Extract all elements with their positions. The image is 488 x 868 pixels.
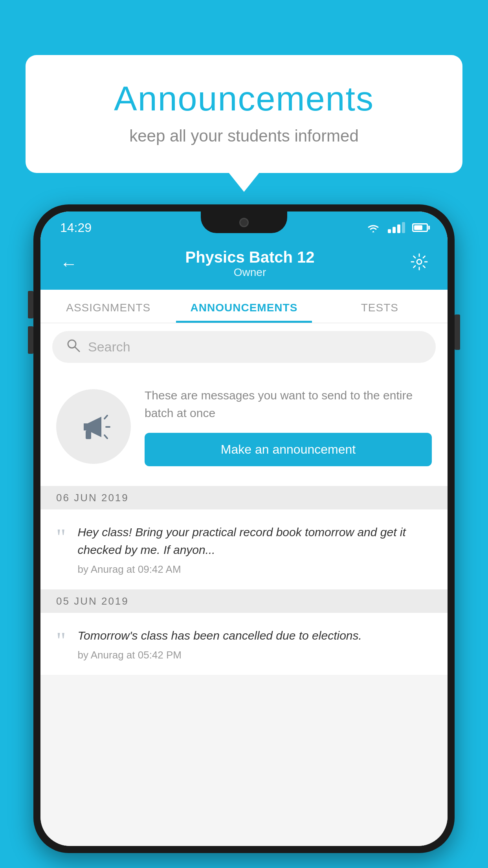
svg-line-4: [105, 416, 107, 419]
megaphone-circle: [56, 389, 131, 464]
quote-icon-1: ": [56, 525, 66, 549]
content-area: Search: [40, 323, 448, 846]
speech-bubble-container: Announcements keep all your students inf…: [26, 55, 462, 173]
volume-up-button: [28, 291, 33, 318]
search-container: Search: [40, 323, 448, 371]
search-placeholder: Search: [88, 339, 130, 355]
battery-fill: [414, 225, 422, 230]
tab-announcements[interactable]: ANNOUNCEMENTS: [176, 290, 312, 323]
search-bar[interactable]: Search: [52, 331, 436, 363]
phone-screen: 14:29: [40, 211, 448, 846]
back-button[interactable]: ←: [60, 254, 77, 274]
prompt-right: These are messages you want to send to t…: [145, 386, 432, 466]
signal-bar-2: [393, 227, 396, 233]
signal-bar-3: [397, 224, 400, 233]
search-icon: [66, 338, 80, 356]
signal-bar-4: [402, 222, 405, 233]
header-subtitle: Owner: [89, 266, 411, 279]
announcement-text-1: Hey class! Bring your practical record b…: [78, 523, 432, 559]
signal-bar-1: [388, 229, 391, 233]
announcement-meta-2: by Anurag at 05:42 PM: [78, 649, 432, 661]
svg-rect-3: [86, 430, 91, 439]
megaphone-icon: [74, 407, 113, 446]
side-buttons-right: [455, 314, 460, 350]
announcement-item-2[interactable]: " Tomorrow's class has been cancelled du…: [40, 613, 448, 675]
battery-icon: [412, 223, 428, 232]
svg-line-6: [105, 435, 107, 438]
quote-icon-2: ": [56, 629, 66, 652]
announcement-prompt: These are messages you want to send to t…: [40, 371, 448, 486]
wifi-icon: [366, 222, 381, 233]
prompt-description: These are messages you want to send to t…: [145, 386, 432, 422]
bubble-subtitle: keep all your students informed: [57, 127, 431, 145]
camera: [239, 218, 249, 227]
side-buttons-left: [28, 291, 33, 354]
app-header: ← Physics Batch 12 Owner: [40, 240, 448, 290]
phone-frame: 14:29: [33, 204, 455, 853]
power-button: [455, 314, 460, 350]
announcement-content-2: Tomorrow's class has been cancelled due …: [78, 627, 432, 661]
settings-icon[interactable]: [411, 253, 428, 274]
speech-bubble: Announcements keep all your students inf…: [26, 55, 462, 173]
date-separator-1: 06 JUN 2019: [40, 486, 448, 509]
tab-bar: ASSIGNMENTS ANNOUNCEMENTS TESTS: [40, 290, 448, 323]
phone-container: 14:29: [33, 204, 455, 868]
tab-assignments[interactable]: ASSIGNMENTS: [40, 290, 176, 323]
announcement-content-1: Hey class! Bring your practical record b…: [78, 523, 432, 576]
tab-tests[interactable]: TESTS: [312, 290, 448, 323]
svg-point-0: [417, 259, 422, 264]
announcement-text-2: Tomorrow's class has been cancelled due …: [78, 627, 432, 644]
header-title: Physics Batch 12: [89, 248, 411, 266]
announcement-item-1[interactable]: " Hey class! Bring your practical record…: [40, 509, 448, 590]
make-announcement-button[interactable]: Make an announcement: [145, 433, 432, 466]
header-title-area: Physics Batch 12 Owner: [89, 248, 411, 279]
svg-line-2: [75, 347, 79, 351]
bubble-title: Announcements: [57, 79, 431, 119]
date-separator-2: 05 JUN 2019: [40, 590, 448, 613]
volume-down-button: [28, 326, 33, 354]
status-icons: [366, 222, 428, 233]
phone-notch: [201, 211, 287, 233]
signal-bars: [388, 222, 405, 233]
announcement-meta-1: by Anurag at 09:42 AM: [78, 563, 432, 576]
